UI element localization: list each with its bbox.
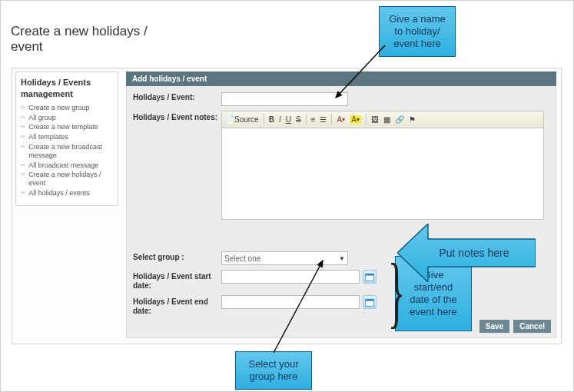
chevron-right-icon: ›› xyxy=(21,123,25,131)
chevron-right-icon: ›› xyxy=(21,133,25,141)
sidebar-item-label: All templates xyxy=(28,133,68,141)
chevron-right-icon: ›› xyxy=(21,189,25,197)
rich-text-editor: 📄 Source B I U S ≡ ☰ A▾ xyxy=(221,111,544,220)
notes-input[interactable] xyxy=(222,128,543,219)
callout-notes-text: Put notes here xyxy=(439,247,509,259)
toolbar-divider xyxy=(366,114,367,125)
callout-name: Give a name to holiday/ event here xyxy=(379,6,456,57)
group-select[interactable]: Select one ▼ xyxy=(221,251,348,265)
sidebar-item-label: Create a new holidays / event xyxy=(28,171,113,188)
form-header: Add holidays / event xyxy=(126,71,556,86)
bg-color-button[interactable]: A▾ xyxy=(350,115,361,124)
save-button[interactable]: Save xyxy=(479,320,509,333)
svg-rect-1 xyxy=(366,274,374,275)
sidebar: Holidays / Events management ››Create a … xyxy=(15,71,118,206)
source-label: Source xyxy=(234,115,259,124)
sidebar-title: Holidays / Events management xyxy=(21,77,113,101)
event-notes-label: Holidays / Event notes: xyxy=(133,111,221,122)
sidebar-item-all-broadcast[interactable]: ››All broadcast message xyxy=(21,161,113,170)
editor-toolbar: 📄 Source B I U S ≡ ☰ A▾ xyxy=(222,111,543,128)
curly-brace-icon: } xyxy=(388,251,405,331)
sidebar-item-label: Create a new group xyxy=(28,104,89,112)
strike-button[interactable]: S xyxy=(296,115,301,124)
numbered-list-button[interactable]: ≡ xyxy=(311,115,316,124)
event-name-label: Holidays / Event: xyxy=(133,91,221,102)
sidebar-item-create-group[interactable]: ››Create a new group xyxy=(21,104,113,112)
button-row: Save Cancel xyxy=(479,320,551,333)
svg-rect-3 xyxy=(366,299,374,301)
calendar-icon[interactable] xyxy=(363,295,377,309)
start-date-input[interactable] xyxy=(221,270,360,284)
page-title: Create a new holidays / event xyxy=(11,24,164,55)
group-selected-value: Select one xyxy=(224,254,260,263)
main-form: Add holidays / event Holidays / Event: H… xyxy=(126,71,556,341)
chevron-right-icon: ›› xyxy=(21,114,25,121)
toolbar-divider xyxy=(264,114,264,125)
callout-group: Select your group here xyxy=(235,351,312,390)
end-date-input[interactable] xyxy=(221,295,360,309)
image-button[interactable]: 🖼 xyxy=(371,115,379,124)
italic-button[interactable]: I xyxy=(279,115,281,124)
table-button[interactable]: ▦ xyxy=(383,115,390,124)
form-body: Holidays / Event: Holidays / Event notes… xyxy=(126,86,556,338)
main-panel: Holidays / Events management ››Create a … xyxy=(12,68,562,344)
sidebar-item-label: All broadcast message xyxy=(28,161,98,170)
sidebar-item-all-holidays[interactable]: ››All holidays / events xyxy=(21,189,113,198)
sidebar-item-create-holiday[interactable]: ››Create a new holidays / event xyxy=(21,171,113,188)
text-color-button[interactable]: A▾ xyxy=(337,115,345,124)
sidebar-item-label: All group xyxy=(28,114,56,122)
sidebar-item-all-group[interactable]: ››All group xyxy=(21,114,113,122)
sidebar-item-create-broadcast[interactable]: ››Create a new broadcast message xyxy=(21,143,113,160)
start-date-label: Holidays / Event start date: xyxy=(133,270,221,291)
flag-button[interactable]: ⚑ xyxy=(409,115,416,124)
sidebar-item-label: All holidays / events xyxy=(28,189,90,198)
sidebar-item-label: Create a new broadcast message xyxy=(28,143,113,160)
source-button[interactable]: 📄 Source xyxy=(225,115,259,124)
cancel-button[interactable]: Cancel xyxy=(513,320,551,333)
chevron-right-icon: ›› xyxy=(21,143,25,151)
chevron-right-icon: ›› xyxy=(21,161,25,169)
end-date-label: Holidays / Event end date: xyxy=(133,295,221,316)
bold-button[interactable]: B xyxy=(269,115,274,124)
toolbar-divider xyxy=(306,114,307,125)
sidebar-item-label: Create a new template xyxy=(28,123,98,131)
chevron-right-icon: ›› xyxy=(21,171,25,178)
underline-button[interactable]: U xyxy=(286,115,291,124)
chevron-down-icon: ▼ xyxy=(339,255,345,262)
chevron-right-icon: ›› xyxy=(21,104,25,111)
sidebar-item-create-template[interactable]: ››Create a new template xyxy=(21,123,113,131)
calendar-icon[interactable] xyxy=(363,270,377,284)
bullet-list-button[interactable]: ☰ xyxy=(320,115,327,124)
toolbar-divider xyxy=(331,114,332,125)
link-button[interactable]: 🔗 xyxy=(395,115,404,124)
callout-notes-arrow: Put notes here xyxy=(397,224,536,282)
event-name-input[interactable] xyxy=(221,92,348,106)
select-group-label: Select group : xyxy=(133,251,221,262)
sidebar-item-all-templates[interactable]: ››All templates xyxy=(21,133,113,141)
